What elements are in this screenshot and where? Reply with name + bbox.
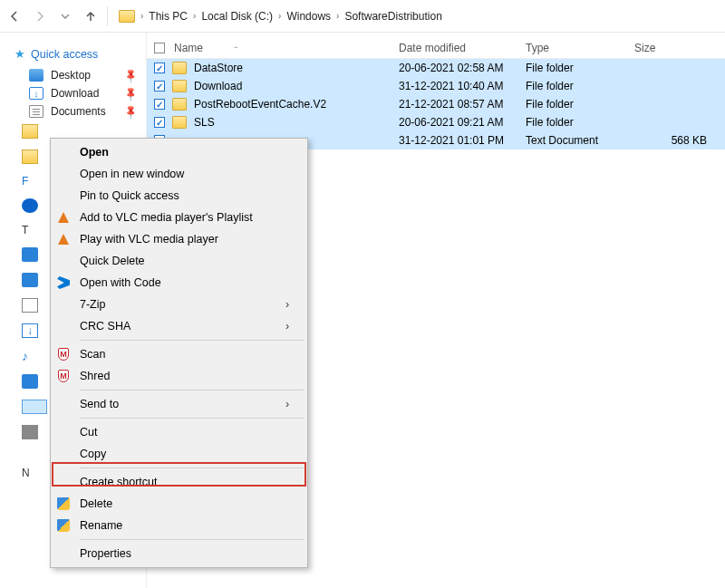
menu-item[interactable]: Pin to Quick access bbox=[53, 185, 305, 207]
sidebar-item-download[interactable]: ↓ Download 📌 bbox=[0, 84, 146, 102]
menu-item[interactable]: MScan bbox=[53, 343, 305, 365]
shield-icon bbox=[56, 518, 71, 533]
back-button[interactable] bbox=[5, 7, 24, 25]
column-date[interactable]: Date modified bbox=[399, 42, 526, 54]
column-label: Name bbox=[174, 42, 203, 54]
quick-access-header[interactable]: ★ Quick access bbox=[0, 43, 146, 66]
column-size[interactable]: Size bbox=[634, 42, 725, 54]
file-date: 31-12-2021 01:01 PM bbox=[399, 134, 526, 147]
up-button[interactable] bbox=[82, 7, 100, 25]
desktop-icon[interactable] bbox=[22, 273, 38, 287]
crumb-this-pc[interactable]: This PC bbox=[149, 10, 188, 23]
menu-item-label: Cut bbox=[80, 426, 285, 439]
menu-item[interactable]: Add to VLC media player's Playlist bbox=[53, 207, 305, 228]
menu-item-label: Create shortcut bbox=[80, 476, 285, 488]
vlc-icon bbox=[56, 210, 71, 225]
sidebar-item-selected[interactable] bbox=[22, 400, 47, 414]
column-headers: Name ⌃ Date modified Type Size bbox=[147, 33, 725, 59]
address-bar: › This PC › Local Disk (C:) › Windows › … bbox=[0, 0, 725, 33]
context-menu: OpenOpen in new windowPin to Quick acces… bbox=[50, 138, 308, 568]
folder-icon bbox=[172, 98, 187, 111]
quick-access-label: Quick access bbox=[31, 48, 98, 61]
menu-item[interactable]: Delete bbox=[53, 493, 305, 515]
documents-icon[interactable] bbox=[22, 298, 38, 313]
select-all-checkbox[interactable] bbox=[154, 43, 165, 53]
menu-item[interactable]: Quick Delete bbox=[53, 250, 305, 272]
file-type: File folder bbox=[526, 62, 634, 74]
menu-item[interactable]: Send to› bbox=[53, 393, 305, 415]
blank-icon bbox=[56, 167, 71, 181]
row-checkbox[interactable]: ✓ bbox=[154, 63, 165, 73]
chevron-right-icon: › bbox=[278, 11, 281, 21]
forward-button[interactable] bbox=[31, 7, 49, 25]
file-name: SLS bbox=[194, 116, 215, 129]
mcafee-icon: M bbox=[56, 369, 71, 383]
object3d-icon[interactable] bbox=[22, 247, 38, 262]
folder-icon bbox=[119, 10, 135, 23]
menu-item[interactable]: 7-Zip› bbox=[53, 294, 305, 315]
submenu-arrow-icon: › bbox=[285, 298, 302, 311]
menu-item[interactable]: Properties bbox=[53, 543, 305, 564]
submenu-arrow-icon: › bbox=[285, 320, 302, 333]
menu-item-label: Pin to Quick access bbox=[80, 189, 285, 202]
file-name: DataStore bbox=[194, 62, 243, 74]
blank-icon bbox=[56, 319, 71, 333]
menu-item[interactable]: Open bbox=[53, 141, 305, 163]
menu-item-label: Delete bbox=[80, 497, 285, 510]
menu-item-label: Send to bbox=[80, 398, 285, 410]
folder-icon[interactable] bbox=[22, 124, 38, 139]
row-checkbox[interactable]: ✓ bbox=[154, 117, 165, 128]
file-type: File folder bbox=[526, 116, 634, 129]
menu-separator bbox=[80, 340, 304, 341]
row-checkbox[interactable]: ✓ bbox=[154, 99, 165, 110]
menu-item[interactable]: Open with Code bbox=[53, 272, 305, 294]
star-icon: ★ bbox=[14, 47, 25, 61]
menu-item[interactable]: Create shortcut bbox=[53, 471, 305, 493]
folder-icon bbox=[172, 116, 187, 129]
sidebar-item-desktop[interactable]: Desktop 📌 bbox=[0, 66, 146, 84]
column-type[interactable]: Type bbox=[526, 42, 634, 54]
sidebar-item-label: Desktop bbox=[51, 69, 91, 82]
file-name: Download bbox=[194, 80, 242, 92]
menu-item-label: Rename bbox=[80, 519, 285, 532]
file-type: File folder bbox=[526, 98, 634, 111]
file-row[interactable]: ✓SLS20-06-2021 09:21 AMFile folder bbox=[147, 113, 725, 131]
download-icon[interactable]: ↓ bbox=[22, 323, 38, 338]
pictures-icon[interactable] bbox=[22, 374, 38, 389]
breadcrumb[interactable]: › This PC › Local Disk (C:) › Windows › … bbox=[115, 4, 720, 29]
recent-dropdown[interactable] bbox=[56, 7, 74, 25]
blank-icon bbox=[56, 425, 71, 439]
file-row[interactable]: ✓PostRebootEventCache.V221-12-2021 08:57… bbox=[147, 95, 725, 113]
download-icon: ↓ bbox=[29, 87, 44, 100]
folder-icon[interactable] bbox=[22, 149, 38, 164]
file-type: File folder bbox=[526, 80, 634, 92]
crumb-local-disk[interactable]: Local Disk (C:) bbox=[201, 10, 273, 23]
menu-item[interactable]: Open in new window bbox=[53, 163, 305, 185]
sidebar-item-documents[interactable]: Documents 📌 bbox=[0, 102, 146, 120]
crumb-windows[interactable]: Windows bbox=[286, 10, 331, 23]
menu-item-label: Properties bbox=[80, 547, 285, 560]
menu-item[interactable]: Copy bbox=[53, 443, 305, 465]
blank-icon bbox=[56, 447, 71, 461]
file-date: 20-06-2021 09:21 AM bbox=[399, 116, 526, 129]
menu-item[interactable]: MShred bbox=[53, 365, 305, 387]
onedrive-icon[interactable] bbox=[22, 198, 38, 213]
drive-icon[interactable] bbox=[22, 425, 38, 439]
menu-item[interactable]: Play with VLC media player bbox=[53, 228, 305, 250]
column-name[interactable]: Name ⌃ bbox=[154, 42, 399, 54]
blank-icon bbox=[56, 546, 71, 561]
separator bbox=[107, 6, 108, 26]
menu-separator bbox=[80, 390, 304, 390]
row-checkbox[interactable]: ✓ bbox=[154, 81, 165, 92]
chevron-right-icon: › bbox=[193, 11, 196, 21]
menu-item[interactable]: Cut bbox=[53, 421, 305, 443]
menu-item[interactable]: Rename bbox=[53, 515, 305, 536]
menu-item-label: Quick Delete bbox=[80, 255, 285, 267]
file-row[interactable]: ✓Download31-12-2021 10:40 AMFile folder bbox=[147, 77, 725, 95]
file-row[interactable]: ✓DataStore20-06-2021 02:58 AMFile folder bbox=[147, 59, 725, 77]
file-date: 21-12-2021 08:57 AM bbox=[399, 98, 526, 111]
menu-separator bbox=[80, 468, 304, 468]
menu-item[interactable]: CRC SHA› bbox=[53, 315, 305, 337]
crumb-softwaredistribution[interactable]: SoftwareDistribution bbox=[344, 10, 441, 23]
menu-separator bbox=[80, 418, 304, 419]
